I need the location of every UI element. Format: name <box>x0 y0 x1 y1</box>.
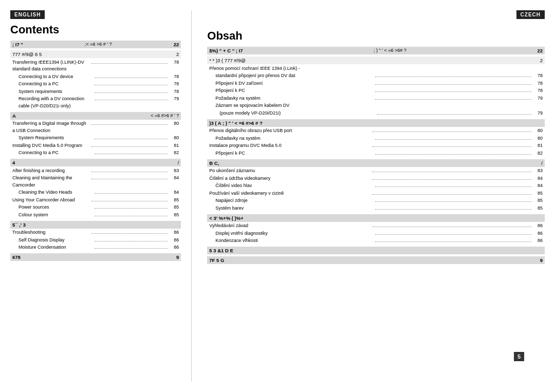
toc-item: Čištění video hlav 84 <box>207 182 545 190</box>
toc-header-4: 5¯ ,' 3 <box>10 221 181 229</box>
toc-item: Po ukončení záznamu 83 <box>207 167 545 175</box>
toc-item: Čištění a údržba videokamery 84 <box>207 175 545 182</box>
toc-item: Přenos pomocí rozhraní IEEE 1394 (i.Link… <box>207 65 545 72</box>
czech-toc-section-6: 7F 5 G 9 <box>207 256 545 264</box>
toc-header-3: 4 / <box>10 159 181 166</box>
toc-section-3: 4 / After finishing a recording 83 Clean… <box>10 159 181 219</box>
toc-header-5: 678 9 <box>10 253 181 261</box>
toc-item: Systém barev 85 <box>207 204 545 212</box>
obsah-title: Obsah <box>207 29 545 43</box>
toc-subheader-1: 777 #/9@ 6 5 2 <box>10 50 181 58</box>
toc-item: System requirements 78 <box>10 88 181 96</box>
toc-item: Napájecí zdroje 85 <box>207 197 545 205</box>
czech-toc-subheader-1: * * )3 ( 777 #/9@ 2 <box>207 57 545 64</box>
toc-item: Připojení k PC 78 <box>207 87 545 95</box>
toc-item: (pouze modely VP-D20i/D21i) 79 <box>207 109 545 117</box>
toc-item: Vyhledávání závad 86 <box>207 222 545 230</box>
toc-item: Transferring IEEE1394 (i.LINK)-DV standa… <box>10 59 181 73</box>
toc-item: Používání vaší videokamery v cizině 85 <box>207 190 545 197</box>
czech-toc-header-1: $%) " + C " ; I7 ; ) " ' < =6 >6# ? 22 <box>207 47 545 54</box>
toc-item: Instalace programu DVC Media 5.0 81 <box>207 142 545 150</box>
right-header: CZECH <box>207 10 545 21</box>
toc-section-5: 678 9 <box>10 253 181 261</box>
toc-item: Cleaning the Video Heads 84 <box>10 189 181 197</box>
czech-toc-section-5: 5 3 &1 D E <box>207 247 545 254</box>
right-column: CZECH Obsah $%) " + C " ; I7 ; ) " ' < =… <box>192 10 545 382</box>
czech-toc-section-3: B C, / Po ukončení záznamu 83 Čištění a … <box>207 159 545 212</box>
toc-item: Recording with a DV connection cable (VP… <box>10 96 181 110</box>
toc-item: Displej vnitřní diagnostiky 86 <box>207 230 545 237</box>
contents-title: Contents <box>10 23 181 36</box>
czech-toc-section-2: )3 ( A ; ) " ' < =6 #>6 # ? Přenos digit… <box>207 119 545 157</box>
toc-item: Kondenzace vlhkosti 86 <box>207 237 545 245</box>
toc-item: Záznam se spojovacím kabelem DV <box>207 102 545 110</box>
toc-item: Přenos digitálního obrazu přes USB port … <box>207 127 545 135</box>
czech-toc-header-2: )3 ( A ; ) " ' < =6 #>6 # ? <box>207 119 545 127</box>
toc-item: Installing DVC Media 5.0 Program 81 <box>10 142 181 150</box>
czech-toc-header-5: 5 3 &1 D E <box>207 247 545 254</box>
czech-toc-header-6: 7F 5 G 9 <box>207 256 545 264</box>
english-badge: ENGLISH <box>10 10 45 19</box>
toc-item: Power sources 85 <box>10 204 181 212</box>
czech-toc-section-4: < 3' %+% ( )%+ Vyhledávání závad 86 Disp… <box>207 214 545 245</box>
czech-toc-header-3: B C, / <box>207 159 545 167</box>
toc-item: Požadavky na systém 80 <box>207 135 545 142</box>
toc-item: Colour system 85 <box>10 211 181 219</box>
toc-item: Připojení k PC 82 <box>207 150 545 157</box>
left-column: ENGLISH Contents ; I7 " ;< =6 >6 # ' ? 2… <box>10 10 192 382</box>
toc-item: Moisture Condensation 86 <box>10 244 181 252</box>
toc-header-2: A < =6 #>6 # ' ? <box>10 112 181 120</box>
page-number-badge: 5 <box>514 352 524 361</box>
czech-toc-section-1: $%) " + C " ; I7 ; ) " ' < =6 >6# ? 22 *… <box>207 47 545 117</box>
toc-item: Using Your Camcorder Abroad 85 <box>10 196 181 204</box>
toc-item: System Requirements 80 <box>10 135 181 142</box>
toc-section-2: A < =6 #>6 # ' ? Transferring a Digital … <box>10 112 181 157</box>
czech-toc-header-4: < 3' %+% ( )%+ <box>207 214 545 222</box>
toc-section-4: 5¯ ,' 3 Troubleshooting 86 Self Diagnosi… <box>10 221 181 252</box>
toc-section-1: ; I7 " ;< =6 >6 # ' ? 22 777 #/9@ 6 5 2 … <box>10 41 181 110</box>
toc-item: Connecting to a PC 82 <box>10 150 181 157</box>
toc-item: Troubleshooting 86 <box>10 229 181 237</box>
toc-item: Transferring a Digital Image through a U… <box>10 120 181 135</box>
toc-item: After finishing a recording 83 <box>10 167 181 175</box>
toc-item: Připojení k DV zařízení 78 <box>207 80 545 87</box>
czech-badge: CZECH <box>516 10 545 19</box>
toc-item: Connecting to a PC 78 <box>10 81 181 88</box>
toc-item: Self Diagnosis Display 86 <box>10 236 181 244</box>
toc-item: Cleaning and Maintaining the Camcorder 8… <box>10 175 181 189</box>
toc-header-1: ; I7 " ;< =6 >6 # ' ? 22 <box>10 41 181 48</box>
toc-item: Požadavky na systém 79 <box>207 95 545 102</box>
toc-item: standardní připojení pro přenos DV dat 7… <box>207 72 545 80</box>
toc-item: Connecting to a DV device 78 <box>10 73 181 81</box>
